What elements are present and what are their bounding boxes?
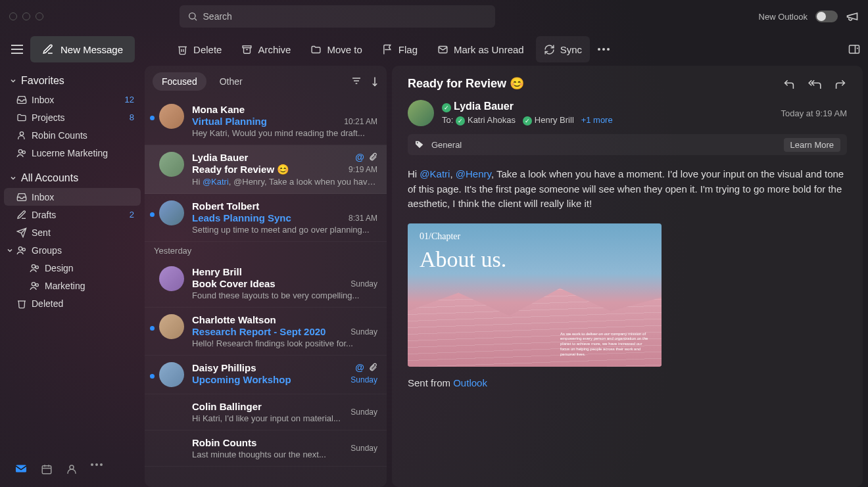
menu-toggle[interactable] [8, 40, 26, 58]
sidebar-item-deleted[interactable]: Deleted [4, 294, 141, 312]
mail-item[interactable]: Daisy PhillipsUpcoming Workshop@Sunday [145, 356, 387, 394]
search-input[interactable]: Search [180, 5, 495, 28]
nav-label: Groups [32, 245, 62, 256]
svg-rect-5 [243, 45, 252, 47]
sync-button[interactable]: Sync [536, 36, 590, 62]
svg-point-15 [18, 149, 22, 152]
hamburger-icon [11, 45, 23, 54]
recipient[interactable]: Katri Ahokas [468, 115, 516, 125]
outlook-link[interactable]: Outlook [453, 377, 487, 388]
new-outlook-toggle[interactable] [815, 11, 838, 22]
move-to-button[interactable]: Move to [302, 36, 370, 62]
svg-point-9 [602, 48, 605, 51]
mail-time: Sunday [350, 444, 377, 453]
sidebar-item-drafts[interactable]: Drafts 2 [4, 206, 141, 223]
sidebar-item-group-design[interactable]: Design [4, 259, 141, 277]
recipient[interactable]: Henry Brill [535, 115, 574, 125]
mail-subject: Research Report - Sept 2020 [192, 326, 377, 337]
mail-item[interactable]: Charlotte WaltsonResearch Report - Sept … [145, 308, 387, 356]
nav-label: Inbox [32, 192, 54, 202]
mark-unread-button[interactable]: Mark as Unread [429, 36, 532, 62]
mail-preview: Hello! Research findings look positive f… [192, 338, 377, 348]
mark-unread-label: Mark as Unread [454, 44, 524, 55]
tag-label: General [431, 140, 462, 150]
archive-button[interactable]: Archive [233, 36, 299, 62]
delete-button[interactable]: Delete [169, 36, 229, 62]
reading-pane-toggle[interactable] [848, 44, 860, 55]
new-message-label: New Message [60, 44, 123, 55]
mail-item[interactable]: Mona KaneVirtual PlanningHey Katri, Woul… [145, 97, 387, 145]
mail-item[interactable]: Robert TolbertLeads Planning SyncSetting… [145, 194, 387, 242]
mail-item[interactable]: Henry BrillBook Cover IdeasFound these l… [145, 260, 387, 308]
mail-preview: Hi @Katri, @Henry, Take a look when you … [192, 177, 377, 187]
mail-tab-icon[interactable] [14, 463, 28, 474]
tab-label: Focused [162, 76, 197, 87]
svg-point-19 [18, 246, 22, 250]
calendar-tab-icon[interactable] [41, 463, 53, 475]
inbox-icon [16, 95, 27, 105]
favorites-section[interactable]: Favorites [4, 71, 141, 91]
all-accounts-section[interactable]: All Accounts [4, 168, 141, 188]
chevron-down-icon [9, 174, 17, 182]
mail-item[interactable]: Robin CountsLast minute thoughts our the… [145, 430, 387, 467]
sort-icon[interactable] [371, 76, 379, 87]
more-recipients[interactable]: +1 more [581, 115, 613, 125]
sidebar-item-sent[interactable]: Sent [4, 223, 141, 241]
sidebar-item-inbox[interactable]: Inbox [4, 188, 141, 206]
reply-icon[interactable] [783, 78, 796, 89]
group-icon [16, 245, 27, 256]
titlebar: Search New Outlook [0, 0, 868, 33]
reply-all-icon[interactable] [808, 78, 822, 89]
attachment-icon [368, 152, 377, 162]
svg-point-32 [95, 463, 98, 466]
to-label: To: [442, 115, 453, 125]
learn-more-button[interactable]: Learn More [784, 138, 840, 152]
people-tab-icon[interactable] [66, 463, 78, 475]
tab-other[interactable]: Other [210, 72, 252, 91]
more-actions-button[interactable] [594, 36, 614, 62]
attachment-icon [368, 362, 377, 373]
maximize-window[interactable] [36, 12, 43, 20]
sender-avatar [159, 104, 184, 129]
svg-point-14 [20, 131, 23, 135]
sync-icon [544, 44, 555, 55]
svg-point-0 [189, 13, 195, 19]
tag-icon [414, 139, 425, 150]
new-message-button[interactable]: New Message [30, 36, 135, 62]
sidebar-item-group-marketing[interactable]: Marketing [4, 277, 141, 294]
svg-point-33 [100, 463, 103, 466]
mail-item[interactable]: Lydia BauerReady for Review 😊Hi @Katri, … [145, 145, 387, 194]
megaphone-icon[interactable] [846, 10, 859, 23]
nav-badge: 8 [130, 112, 134, 122]
mention[interactable]: @Katri [420, 168, 450, 179]
group-icon [30, 263, 40, 273]
sidebar-item-robin[interactable]: Robin Counts [4, 126, 141, 144]
cover-chapter: 01/Chapter [420, 231, 460, 242]
mention[interactable]: @Henry [456, 168, 491, 179]
sidebar-item-projects[interactable]: Projects 8 [4, 108, 141, 126]
more-tab-icon[interactable] [91, 463, 103, 466]
unread-indicator [150, 116, 155, 120]
archive-icon [241, 44, 253, 55]
mail-preview: Last minute thoughts our the next... [192, 450, 377, 459]
minimize-window[interactable] [22, 12, 30, 20]
cover-blurb: As we work to deliver on our company mis… [560, 332, 652, 358]
message-list: Focused Other Mona KaneVirtual PlanningH… [145, 66, 387, 487]
learn-more-label: Learn More [790, 140, 834, 150]
forward-icon[interactable] [834, 78, 847, 89]
attachment-image[interactable]: 01/Chapter About us. As we work to deliv… [408, 223, 662, 367]
nav-label: Design [45, 263, 74, 273]
sidebar-item-inbox-fav[interactable]: Inbox 12 [4, 91, 141, 108]
unread-indicator [150, 374, 155, 379]
trash-icon [16, 298, 27, 309]
tab-focused[interactable]: Focused [153, 72, 206, 91]
mail-item[interactable]: Colin BallingerHi Katri, I'd like your i… [145, 394, 387, 430]
unread-indicator [150, 326, 155, 331]
filter-icon[interactable] [351, 76, 362, 85]
sidebar-item-groups[interactable]: Groups [4, 241, 141, 259]
close-window[interactable] [9, 12, 17, 20]
sidebar-item-lucerne[interactable]: Lucerne Marketing [4, 144, 141, 162]
mail-preview: Hey Katri, Would you mind reading the dr… [192, 128, 377, 138]
flag-button[interactable]: Flag [374, 36, 425, 62]
draft-icon [16, 210, 27, 220]
